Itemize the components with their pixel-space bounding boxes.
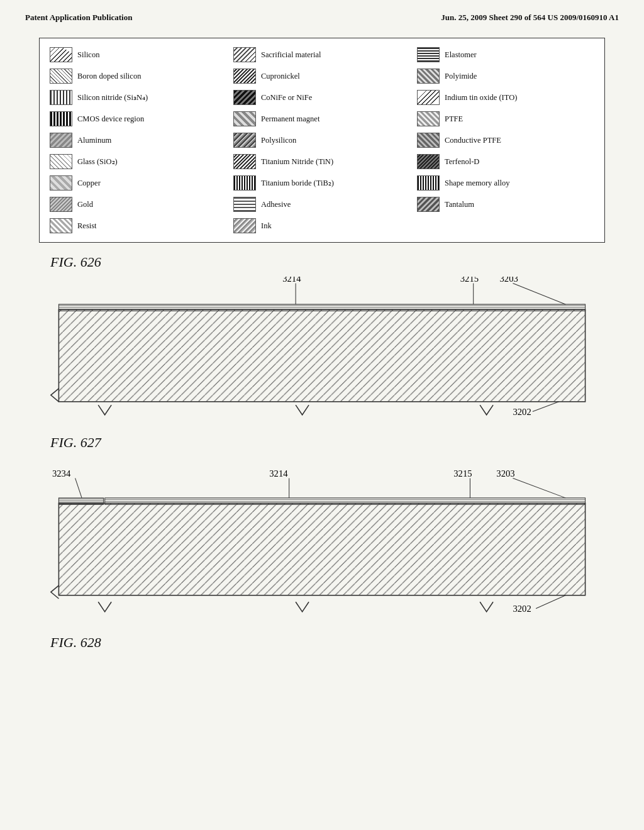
legend-label-tantalum: Tantalum (445, 200, 474, 209)
swatch-shape-memory (417, 175, 440, 191)
swatch-titanium-boride (233, 175, 256, 191)
svg-line-14 (75, 478, 82, 497)
svg-rect-2 (58, 309, 585, 402)
fig627-svg: 3214 3215 3203 3202 (39, 277, 605, 428)
label-3215-627: 3215 (460, 277, 479, 284)
legend-item-permanent-magnet: Permanent magnet (233, 110, 411, 128)
legend-item-ink: Ink (233, 217, 411, 235)
label-3234-628: 3234 (52, 468, 71, 479)
swatch-conife (233, 90, 256, 105)
swatch-permanent-magnet (233, 111, 256, 126)
legend-item-shape-memory: Shape memory alloy (417, 174, 594, 192)
svg-rect-12 (105, 498, 586, 504)
legend-item-conife: CoNiFe or NiFe (233, 89, 411, 106)
fig628-container: 3234 3214 3215 3203 3202 (39, 457, 605, 628)
legend-label-conife: CoNiFe or NiFe (261, 93, 312, 102)
legend-item-elastomer: Elastomer (417, 46, 594, 64)
legend-item-cmos: CMOS device region (50, 110, 227, 128)
swatch-resist (50, 218, 72, 233)
label-3215-628: 3215 (453, 468, 472, 479)
legend-label-silicon: Silicon (77, 50, 99, 60)
label-3202-628: 3202 (513, 604, 531, 614)
legend-label-gold: Gold (77, 200, 93, 209)
swatch-terfenol (417, 154, 440, 169)
legend-item-conductive-ptfe: Conductive PTFE (417, 131, 594, 149)
header-right: Jun. 25, 2009 Sheet 290 of 564 US 2009/0… (441, 13, 619, 23)
legend-item-resist: Resist (50, 217, 227, 235)
legend-label-permanent-magnet: Permanent magnet (261, 114, 319, 124)
legend-item-boron: Boron doped silicon (50, 67, 227, 85)
legend-label-titanium-boride: Titanium boride (TiB₂) (261, 178, 334, 188)
fig627-container: 3214 3215 3203 3202 (39, 277, 605, 428)
swatch-polysilicon (233, 133, 256, 148)
legend-label-terfenol: Terfenol-D (445, 157, 479, 167)
fig628-label: FIG. 628 (50, 634, 619, 651)
fig627-label: FIG. 627 (50, 434, 619, 451)
swatch-aluminum (50, 133, 72, 148)
legend-item-titanium-nitride: Titanium Nitride (TiN) (233, 153, 411, 170)
svg-rect-11 (58, 503, 585, 595)
svg-line-6 (513, 283, 565, 304)
legend-box: SiliconSacrificial materialElastomerBoro… (39, 38, 605, 243)
legend-label-aluminum: Aluminum (77, 136, 111, 145)
swatch-cupronickel (233, 69, 256, 84)
header-left: Patent Application Publication (25, 13, 132, 23)
legend-item-adhesive: Adhesive (233, 196, 411, 213)
legend-label-polyimide: Polyimide (445, 72, 477, 81)
legend-label-adhesive: Adhesive (261, 200, 291, 209)
legend-item-silicon-nitride: Silicon nitride (Si₃N₄) (50, 89, 227, 106)
label-3214-628: 3214 (269, 468, 288, 479)
swatch-polyimide (417, 69, 440, 84)
legend-item-polyimide: Polyimide (417, 67, 594, 85)
swatch-conductive-ptfe (417, 133, 440, 148)
label-3202-627: 3202 (513, 407, 531, 417)
legend-item-aluminum: Aluminum (50, 131, 227, 149)
legend-item-ptfe: PTFE (417, 110, 594, 128)
legend-item-silicon: Silicon (50, 46, 227, 64)
svg-rect-3 (58, 304, 585, 311)
legend-label-copper: Copper (77, 179, 101, 188)
legend-label-cmos: CMOS device region (77, 114, 144, 124)
swatch-copper (50, 175, 72, 191)
swatch-glass (50, 154, 72, 169)
legend-item-terfenol: Terfenol-D (417, 153, 594, 170)
swatch-titanium-nitride (233, 154, 256, 169)
legend-label-shape-memory: Shape memory alloy (445, 179, 509, 188)
label-3203-627: 3203 (500, 277, 518, 284)
legend-label-cupronickel: Cupronickel (261, 72, 300, 81)
fig628-svg: 3234 3214 3215 3203 3202 (39, 457, 605, 628)
swatch-sacrificial (233, 47, 256, 62)
swatch-gold (50, 197, 72, 212)
label-3203-628: 3203 (496, 468, 514, 479)
legend-label-polysilicon: Polysilicon (261, 136, 296, 145)
legend-item-gold: Gold (50, 196, 227, 213)
legend-item-cupronickel: Cupronickel (233, 67, 411, 85)
legend-label-silicon-nitride: Silicon nitride (Si₃N₄) (77, 92, 148, 102)
swatch-tantalum (417, 197, 440, 212)
swatch-cmos (50, 111, 72, 126)
swatch-ink (233, 218, 256, 233)
legend-item-copper: Copper (50, 174, 227, 192)
fig626-label: FIG. 626 (50, 254, 619, 270)
svg-line-17 (513, 478, 565, 497)
legend-label-glass: Glass (SiO₂) (77, 157, 118, 167)
page-header: Patent Application Publication Jun. 25, … (25, 13, 619, 23)
swatch-silicon-nitride (50, 90, 72, 105)
legend-label-elastomer: Elastomer (445, 50, 477, 60)
swatch-elastomer (417, 47, 440, 62)
legend-item-tantalum: Tantalum (417, 196, 594, 213)
legend-label-ito: Indium tin oxide (ITO) (445, 93, 517, 102)
swatch-adhesive (233, 197, 256, 212)
legend-item-sacrificial: Sacrificial material (233, 46, 411, 64)
legend-item-polysilicon: Polysilicon (233, 131, 411, 149)
legend-grid: SiliconSacrificial materialElastomerBoro… (50, 46, 594, 235)
swatch-silicon (50, 47, 72, 62)
legend-item-ito: Indium tin oxide (ITO) (417, 89, 594, 106)
swatch-ptfe (417, 111, 440, 126)
swatch-boron (50, 69, 72, 84)
legend-item-glass: Glass (SiO₂) (50, 153, 227, 170)
legend-label-ink: Ink (261, 221, 272, 231)
legend-label-conductive-ptfe: Conductive PTFE (445, 136, 501, 145)
svg-line-7 (533, 402, 559, 412)
legend-label-titanium-nitride: Titanium Nitride (TiN) (261, 157, 333, 167)
